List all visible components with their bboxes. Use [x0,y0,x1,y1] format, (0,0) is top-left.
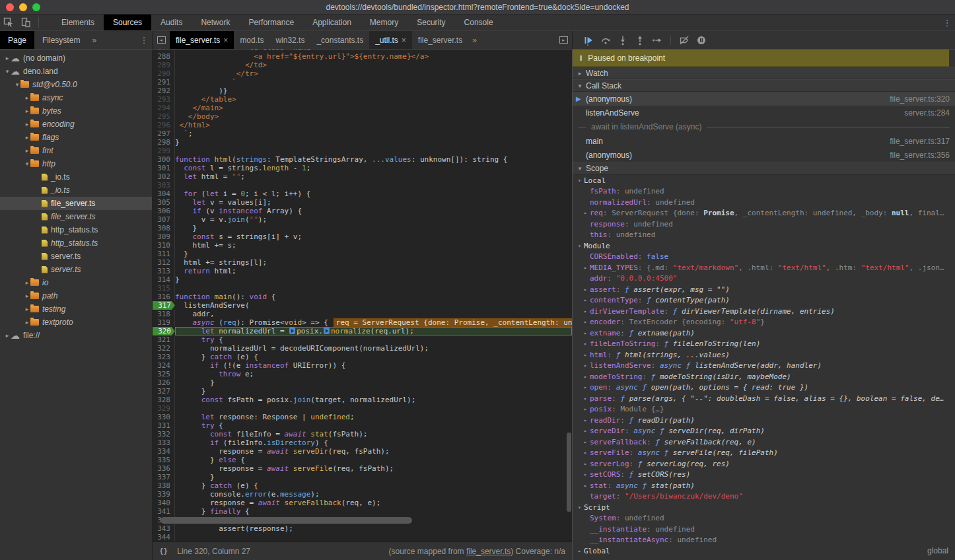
navigator-menu-icon[interactable]: ⋮ [136,35,152,45]
scope-var-serverLog[interactable]: ▸serverLog: ƒ serverLog(req, res) [573,458,955,470]
horizontal-scrollbar[interactable] [160,517,412,524]
call-stack-frame[interactable]: mainfile_server.ts:317 [573,134,955,148]
line-number[interactable]: 337 [153,473,175,481]
code-line-content[interactable]: </tr> [175,69,572,78]
watch-section-header[interactable]: ▸ Watch [573,67,955,79]
code-line-content[interactable]: throw e; [175,370,572,378]
tree-item-file-[interactable]: ▸☁file:// [0,329,152,342]
code-line-content[interactable]: function html(strings: TemplateStringsAr… [175,155,572,164]
scope-var-encoder[interactable]: ▸encoder: TextEncoder {encoding: "utf-8"… [573,316,955,328]
code-line-content[interactable]: } finally { [175,507,572,516]
line-number[interactable]: 330 [153,413,175,421]
tab-elements[interactable]: Elements [52,15,104,30]
line-number[interactable]: 338 [153,481,175,490]
code-line-content[interactable] [175,533,572,542]
line-number[interactable]: 340 [153,499,175,507]
close-tab-icon[interactable]: × [402,36,406,45]
line-number[interactable]: 319 [153,318,175,327]
scope-section-global[interactable]: ▸Globalglobal [573,545,955,557]
code-line-content[interactable]: `; [175,129,572,138]
code-line-content[interactable]: } [175,378,572,387]
code-line-content[interactable]: } [175,250,572,258]
line-number[interactable]: 324 [153,361,175,370]
line-number[interactable]: 323 [153,353,175,361]
source-map-link[interactable]: file_server.ts [466,547,511,556]
code-line-content[interactable]: <a href="${entry.url}">${entry.name}</a> [175,52,572,61]
tree-item-testing[interactable]: ▸testing [0,302,152,316]
code-line-content[interactable]: } else { [175,456,572,464]
scope-var-parse[interactable]: ▸parse: ƒ parse(args, { "--": doubleDash… [573,393,955,404]
code-line-content[interactable]: let response: Response | undefined; [175,413,572,421]
line-number[interactable]: 313 [153,267,175,275]
tree-item-io[interactable]: ▸io [0,276,152,289]
code-line-content[interactable]: if (fileInfo.isDirectory) { [175,438,572,447]
line-number[interactable]: 301 [153,164,175,172]
code-line-content[interactable]: try { [175,421,572,430]
scope-var-listenAndServe[interactable]: ▸listenAndServe: async ƒ listenAndServe(… [573,360,955,371]
show-debugger-panel-icon[interactable]: ▸ [555,31,572,49]
scope-var-readDir[interactable]: ▸readDir: ƒ readDir(path) [573,415,955,426]
breakpoint-marker[interactable]: 317 [153,301,175,310]
line-number[interactable]: 293 [153,95,175,104]
code-line-content[interactable] [175,284,572,293]
pretty-print-icon[interactable]: {} [159,547,168,555]
tree-item-encoding[interactable]: ▸encoding [0,118,152,131]
line-number[interactable]: 307 [153,215,175,224]
line-number[interactable]: 310 [153,241,175,250]
scope-var-normalizedUrl[interactable]: normalizedUrl: undefined [573,197,955,208]
pause-on-exceptions-icon[interactable] [693,33,709,48]
code-line-content[interactable]: } [175,387,572,396]
code-line-content[interactable]: </body> [175,112,572,121]
code-line-content[interactable]: )} [175,87,572,95]
continue-to-here-icon[interactable] [324,328,330,334]
tab-application[interactable]: Application [303,15,361,30]
tree-item-file-server.ts[interactable]: file_server.ts [0,197,152,210]
code-line-content[interactable]: addr, [175,310,572,318]
line-number[interactable]: 314 [153,275,175,284]
line-number[interactable]: 328 [153,396,175,404]
scope-var-extname[interactable]: ▸extname: ƒ extname(path) [573,328,955,339]
code-line-content[interactable]: return html; [175,267,572,275]
scope-var-posix[interactable]: ▸posix: Module {…} [573,403,955,415]
line-number[interactable]: 321 [153,335,175,344]
tree-item-fmt[interactable]: ▸fmt [0,144,152,157]
more-navigator-tabs-icon[interactable]: » [88,31,100,49]
line-number[interactable]: 332 [153,430,175,438]
scope-var-serveFallback[interactable]: ▸serveFallback: ƒ serveFallback(req, e) [573,437,955,448]
code-line-content[interactable]: async (req): Promise<void> => {req = Ser… [175,318,572,327]
code-line-content[interactable]: try { [175,335,572,344]
tree-item-path[interactable]: ▸path [0,289,152,302]
call-stack-frame[interactable]: ▶(anonymous)file_server.ts:320 [573,92,955,106]
more-editor-tabs-icon[interactable]: » [468,31,481,49]
scope-var-assert[interactable]: ▸assert: ƒ assert(expr, msg = "") [573,284,955,295]
line-number[interactable]: 290 [153,69,175,78]
code-line-content[interactable]: v = v.join(""); [175,215,572,224]
scope-var-req[interactable]: ▸req: ServerRequest {done: Promise, _con… [573,207,955,219]
code-line-content[interactable]: function main(): void { [175,293,572,301]
scope-var-serveDir[interactable]: ▸serveDir: async ƒ serveDir(req, dirPath… [573,425,955,437]
code-line-content[interactable] [175,181,572,190]
line-number[interactable]: 322 [153,344,175,353]
line-number[interactable]: 331 [153,421,175,430]
code-line-content[interactable]: </main> [175,104,572,112]
line-number[interactable]: 304 [153,190,175,198]
scope-var-this[interactable]: this: undefined [573,229,955,240]
breakpoint-marker[interactable]: 320 [153,327,175,335]
tree-item-http[interactable]: ▾http [0,157,152,170]
scope-var-response[interactable]: response: undefined [573,219,955,230]
tree-item-server.ts[interactable]: server.ts [0,250,152,263]
line-number[interactable]: 311 [153,250,175,258]
line-number[interactable]: 303 [153,181,175,190]
code-line-content[interactable]: const fileInfo = await stat(fsPath); [175,430,572,438]
line-number[interactable]: 334 [153,447,175,456]
scope-var-addr[interactable]: addr: "0.0.0.0:4500" [573,273,955,284]
code-line-content[interactable]: const fsPath = posix.join(target, normal… [175,396,572,404]
tab-console[interactable]: Console [455,15,503,30]
code-line-content[interactable]: response = await serveFile(req, fsPath); [175,464,572,473]
line-number[interactable]: 333 [153,438,175,447]
scope-section-local[interactable]: ▾Local [573,175,955,186]
code-line-content[interactable]: assert(response); [175,524,572,533]
code-line-content[interactable]: html += s; [175,241,572,250]
scope-var-serveFile[interactable]: ▸serveFile: async ƒ serveFile(req, fileP… [573,447,955,458]
line-number[interactable]: 294 [153,104,175,112]
